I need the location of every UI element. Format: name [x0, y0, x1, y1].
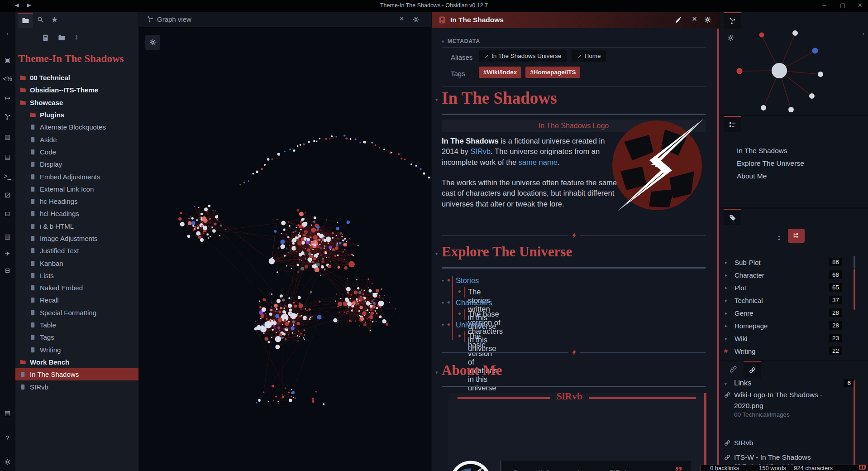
tag-scrollbar[interactable] — [854, 256, 855, 269]
tag-row[interactable]: ▸ Character68 — [720, 271, 856, 284]
folder-obsidian-its-theme[interactable]: Obsidian--ITS-Theme — [15, 84, 138, 96]
kanban-icon[interactable]: ▥ — [0, 232, 15, 240]
file-kanban[interactable]: Kanban — [15, 257, 138, 269]
terminal-icon[interactable]: >_ — [0, 172, 15, 180]
list-collapse-icon[interactable]: ▾ — [442, 278, 444, 283]
file-in-the-shadows[interactable]: In The Shadows — [15, 368, 138, 380]
file-aside[interactable]: Aside — [15, 133, 138, 145]
tag-row[interactable]: # Writing22 — [720, 347, 856, 360]
note-settings-icon[interactable] — [704, 16, 711, 24]
folder-showcase[interactable]: Showcase — [15, 96, 138, 109]
file-naked-embed[interactable]: Naked Embed — [15, 282, 138, 294]
its-logo-image[interactable] — [610, 117, 706, 214]
folder-plugins[interactable]: Plugins — [15, 109, 138, 121]
help-icon[interactable]: ? — [0, 434, 15, 442]
alias-pill[interactable]: ↗Home — [572, 50, 606, 62]
minimize-button[interactable]: – — [820, 2, 829, 9]
chevron-right-icon[interactable]: ▸ — [725, 272, 728, 278]
file-sirvb[interactable]: SIRvb — [15, 380, 138, 393]
slides-icon[interactable]: ▤ — [0, 153, 15, 161]
file-external-link-icon[interactable]: External Link Icon — [15, 183, 138, 195]
inline-link[interactable]: same name — [519, 158, 558, 166]
alias-pill[interactable]: ↗In The Shadows Universe — [479, 50, 567, 62]
folder-work-bench[interactable]: Work Bench — [15, 356, 138, 368]
links-collapse-icon[interactable]: ▾ — [725, 381, 727, 386]
paper-plane-icon[interactable]: ✈ — [0, 250, 15, 258]
file-code[interactable]: Code — [15, 146, 138, 158]
local-graph-settings-icon[interactable] — [727, 34, 734, 42]
dice-icon[interactable]: ⚂ — [0, 191, 15, 199]
file-lists[interactable]: Lists — [15, 269, 138, 282]
outline-item[interactable]: About Me — [737, 172, 767, 180]
import-icon[interactable]: ↦ — [0, 94, 15, 102]
pause-icon[interactable] — [859, 465, 866, 470]
chevron-right-icon[interactable]: ▸ — [725, 285, 728, 291]
file-alternate-blockquotes[interactable]: Alternate Blockquotes — [15, 121, 138, 133]
sort-button[interactable]: ↕ — [75, 33, 78, 41]
expand-collapse-tags-icon[interactable]: ↕ — [777, 233, 781, 242]
close-pane-icon[interactable]: × — [399, 14, 404, 24]
file-hc-headings[interactable]: hc Headings — [15, 195, 138, 207]
file-embed-adjustments[interactable]: Embed Adjustments — [15, 170, 138, 183]
images-icon[interactable]: ▣ — [0, 56, 15, 64]
h2-collapse-icon[interactable]: ▾ — [435, 251, 438, 257]
calendar-icon[interactable]: ▦ — [0, 133, 15, 141]
list-collapse-icon[interactable]: ▾ — [442, 300, 444, 305]
tab-local-graph[interactable] — [724, 12, 741, 29]
explore-link[interactable]: Characters — [456, 298, 492, 307]
links-scrollbar-thumb[interactable] — [854, 380, 855, 469]
file-table[interactable]: Table — [15, 319, 138, 331]
tab-backlinks[interactable] — [725, 361, 742, 377]
chevron-right-icon[interactable]: ▸ — [725, 260, 728, 265]
vault-icon[interactable]: ▤ — [0, 409, 15, 417]
file-recall[interactable]: Recall — [15, 294, 138, 306]
tab-outgoing-links[interactable] — [744, 361, 761, 378]
new-note-button[interactable] — [42, 34, 49, 42]
graph-settings-icon[interactable] — [412, 16, 420, 23]
edit-note-icon[interactable] — [675, 16, 682, 24]
folder-00-technical[interactable]: 00 Technical — [15, 72, 138, 84]
explore-link[interactable]: Stories — [456, 276, 479, 285]
file-i-b-html[interactable]: i & b HTML — [15, 220, 138, 232]
inline-link[interactable]: SIRvb — [470, 147, 491, 155]
tag-scrollbar-thumb[interactable] — [854, 269, 855, 310]
chevron-right-icon[interactable]: ▸ — [725, 323, 728, 329]
tab-file-explorer[interactable] — [18, 13, 33, 28]
tag-row[interactable]: ▸ Wiki23 — [720, 335, 856, 347]
tab-tags[interactable] — [724, 209, 741, 225]
new-folder-button[interactable] — [58, 34, 66, 42]
note-scrollbar[interactable] — [717, 29, 719, 471]
graph-canvas[interactable] — [139, 27, 431, 471]
close-window-button[interactable]: ✕ — [855, 2, 864, 9]
h1-collapse-icon[interactable]: ▾ — [435, 97, 438, 103]
chevron-right-icon[interactable]: ▸ — [725, 336, 728, 341]
list-collapse-icon[interactable]: ▾ — [442, 322, 444, 327]
graph-settings-button[interactable] — [145, 35, 160, 50]
tag-row[interactable]: ▸ Homepage28 — [720, 322, 856, 335]
file-writing[interactable]: Writing — [15, 344, 138, 356]
chevron-right-icon[interactable]: ▸ — [725, 298, 728, 303]
file-image-adjustments[interactable]: Image Adjustments — [15, 232, 138, 245]
tag-pill[interactable]: #Wiki/Index — [479, 67, 521, 78]
chevron-right-icon[interactable]: ▸ — [725, 310, 728, 316]
file-justified-text[interactable]: Justified Text — [15, 245, 138, 257]
tag-row[interactable]: ▸ Sub-Plot86 — [720, 259, 856, 271]
tab-outline[interactable] — [724, 116, 741, 132]
tab-search[interactable] — [37, 16, 44, 24]
tab-starred-icon[interactable]: ★ — [51, 15, 58, 24]
tag-pill[interactable]: #Homepage/ITS — [525, 67, 580, 78]
graph-icon[interactable] — [0, 113, 15, 120]
template-icon[interactable]: <% — [0, 75, 15, 83]
tag-row[interactable]: ▸ Technical37 — [720, 297, 856, 309]
outline-item[interactable]: In The Shadows — [737, 147, 787, 155]
h2-collapse-icon[interactable]: ▾ — [435, 370, 438, 375]
inbox-icon[interactable]: ⊟ — [0, 210, 15, 218]
link-item[interactable]: SIRvb — [734, 437, 848, 448]
metadata-heading[interactable]: ▾METADATA — [442, 38, 480, 44]
outline-item[interactable]: Explore The Universe — [737, 159, 804, 168]
archive-icon[interactable]: ⊟ — [0, 266, 15, 274]
collapse-right-sidebar-icon[interactable]: › — [862, 29, 864, 37]
file-display[interactable]: Display — [15, 158, 138, 170]
file-hcl-headings[interactable]: hcl Headings — [15, 207, 138, 220]
profile-avatar[interactable] — [450, 461, 491, 471]
